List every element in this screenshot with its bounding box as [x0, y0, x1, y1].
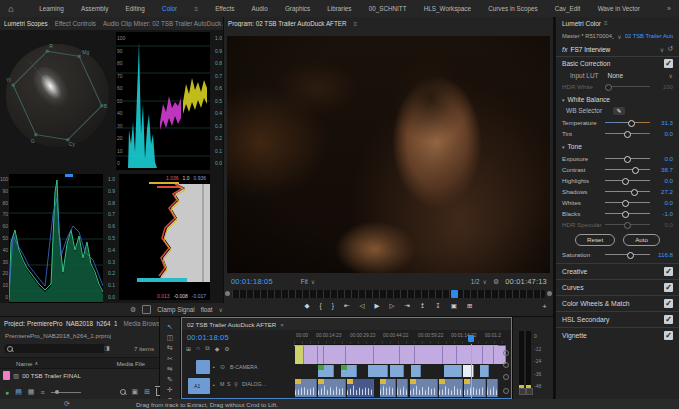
hdr-white-slider-knob[interactable]: [605, 84, 612, 91]
column-media-file[interactable]: Media File: [116, 360, 145, 367]
step-back-button[interactable]: ◁: [357, 300, 366, 312]
workspace-tab-learning[interactable]: Learning: [39, 5, 64, 12]
video-clip[interactable]: [483, 346, 494, 364]
video-track-target-v1[interactable]: [196, 360, 210, 374]
video-clip[interactable]: [324, 346, 346, 364]
whites-slider-knob[interactable]: [622, 200, 629, 207]
tint-value[interactable]: 0.0: [655, 130, 673, 137]
exposure-slider[interactable]: [605, 158, 650, 159]
icon-view-button[interactable]: ▦: [28, 388, 35, 396]
track-scroll-knob[interactable]: [503, 350, 509, 356]
track-scroll-knob[interactable]: [503, 362, 509, 368]
workspace-tab-cav-edit[interactable]: Cav_Edit: [555, 5, 581, 12]
ripple-edit-tool[interactable]: ⇆: [167, 344, 173, 352]
new-item-button[interactable]: ⊞: [144, 388, 150, 396]
export-frame-button[interactable]: ▣: [449, 300, 459, 312]
contrast-slider[interactable]: [605, 169, 650, 170]
linked-selection-button[interactable]: ⧉: [205, 345, 209, 352]
timeline-settings-button[interactable]: ⚙: [224, 345, 229, 352]
chevron-down-icon[interactable]: ∨: [660, 46, 664, 53]
section-curves[interactable]: Curves✓: [556, 279, 679, 295]
shadows-slider-knob[interactable]: [631, 189, 638, 196]
label-color-chip[interactable]: [3, 371, 10, 380]
add-marker-button[interactable]: ◆: [303, 300, 312, 312]
blacks-slider-knob[interactable]: [622, 211, 629, 218]
section-color-wheels[interactable]: Color Wheels & Match✓: [556, 295, 679, 311]
highlights-slider[interactable]: [605, 180, 650, 181]
tab-effect-controls[interactable]: Effect Controls: [55, 20, 96, 27]
tint-slider-knob[interactable]: [624, 131, 631, 138]
workspace-tab-graphics[interactable]: Graphics: [285, 5, 310, 12]
exposure-slider-knob[interactable]: [624, 156, 631, 163]
zoom-fit-select[interactable]: Fit: [301, 278, 308, 285]
timeline-tab[interactable]: 02 TSB Trailer AutoDuck AFTER: [187, 321, 276, 328]
contrast-value[interactable]: 38.7: [655, 166, 673, 173]
workspace-tab-00-schnitt[interactable]: 00_SCHNITT: [369, 5, 407, 12]
track-scroll-knob[interactable]: [503, 388, 509, 394]
solo-button[interactable]: S: [227, 381, 230, 387]
workspace-overflow-icon[interactable]: »: [667, 5, 679, 12]
video-clip[interactable]: [415, 346, 443, 364]
cutaway-clip[interactable]: [480, 365, 489, 377]
audio-clip[interactable]: [397, 379, 408, 397]
hdr-white-value[interactable]: 100: [655, 83, 673, 90]
exposure-value[interactable]: 0.0: [655, 155, 673, 162]
saturation-slider[interactable]: [605, 254, 650, 255]
cutaway-clip[interactable]: [341, 365, 357, 377]
workspace-tab-wave-in-vector[interactable]: Wave in Vector: [598, 5, 640, 12]
play-button[interactable]: ▶: [372, 300, 381, 312]
tab-media-browser[interactable]: Media Browser: [123, 320, 159, 327]
master-clip-selector[interactable]: Master * R5170004_180…: [562, 33, 614, 39]
go-to-out-button[interactable]: ⇥: [402, 300, 411, 312]
blacks-slider[interactable]: [605, 213, 650, 214]
highlights-slider-knob[interactable]: [622, 178, 629, 185]
workspace-tab-libraries[interactable]: Libraries: [327, 5, 351, 12]
home-icon[interactable]: ⌂: [0, 4, 22, 14]
video-clip[interactable]: [457, 346, 483, 364]
find-icon[interactable]: [120, 389, 126, 395]
bit-depth-select[interactable]: float: [201, 306, 213, 313]
section-creative[interactable]: Creative✓: [556, 263, 679, 279]
extract-button[interactable]: ↧: [433, 300, 442, 312]
audio-clip[interactable]: [380, 379, 396, 397]
collapse-triangle-icon[interactable]: ▾: [562, 97, 565, 103]
meter-solo-left[interactable]: [519, 388, 526, 395]
audio-clip[interactable]: [439, 379, 463, 397]
track-lock-icon[interactable]: ▪: [213, 364, 215, 370]
playback-resolution-select[interactable]: 1/2: [471, 278, 480, 285]
section-vignette[interactable]: Vignette✓: [556, 327, 679, 343]
cutaway-clip[interactable]: [463, 365, 474, 377]
tab-audio-clip-mixer[interactable]: Audio Clip Mixer: 02 TSB Trailer AutoDuc…: [103, 20, 223, 27]
white-balance-header[interactable]: White Balance: [568, 96, 611, 103]
section-hsl-secondary[interactable]: HSL Secondary✓: [556, 311, 679, 327]
reset-effect-icon[interactable]: ↺: [667, 45, 673, 53]
workspace-tab-color[interactable]: Color: [162, 5, 177, 12]
meter-solo-right[interactable]: [526, 388, 533, 395]
mic-icon[interactable]: ⚲: [234, 381, 238, 387]
whites-slider[interactable]: [605, 202, 650, 203]
basic-correction-checkbox[interactable]: ✓: [664, 59, 673, 68]
effect-preset-name[interactable]: FS7 Interview: [570, 46, 610, 53]
tab-project[interactable]: Project: PremierePro_NAB2018_h264_1: [4, 320, 117, 327]
scrubber-left-knob[interactable]: [225, 291, 230, 296]
section-checkbox[interactable]: ✓: [664, 299, 673, 308]
saturation-value[interactable]: 116.8: [655, 251, 673, 258]
media-item-title[interactable]: 00 TSB Trailer FINAL: [22, 372, 81, 379]
workspace-tab-audio[interactable]: Audio: [252, 5, 268, 12]
hdr-specular-slider[interactable]: [605, 224, 650, 225]
step-forward-button[interactable]: ▷: [387, 300, 396, 312]
section-checkbox[interactable]: ✓: [664, 283, 673, 292]
sort-icons-button[interactable]: ≡: [40, 389, 44, 396]
whites-value[interactable]: 0.0: [655, 199, 673, 206]
program-timecode[interactable]: 00:01:18:05: [231, 277, 273, 286]
panel-menu-icon[interactable]: ≡: [354, 21, 358, 27]
audio-clip[interactable]: [464, 379, 486, 397]
video-clip[interactable]: [400, 346, 415, 364]
contrast-slider-knob[interactable]: [632, 167, 639, 174]
lift-button[interactable]: ↥: [418, 300, 427, 312]
cutaway-clip[interactable]: [390, 365, 404, 377]
hand-tool[interactable]: ✛: [167, 386, 173, 394]
timeline-ruler[interactable]: 00:0000:00:14:2300:00:29:2300:00:44:2200…: [294, 331, 506, 345]
add-marker-button[interactable]: ◆: [215, 345, 220, 352]
slip-tool[interactable]: ⇋: [167, 365, 173, 373]
